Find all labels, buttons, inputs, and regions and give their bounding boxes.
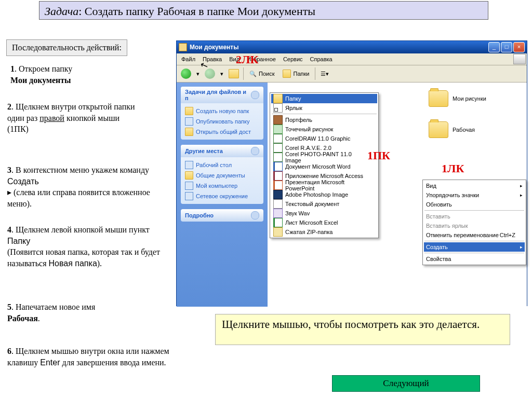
windows-flag-icon bbox=[513, 54, 526, 64]
task-publish[interactable]: Опубликовать папку bbox=[185, 116, 259, 127]
menubar: Файл Правка Вид Избранное Сервис Справка bbox=[177, 53, 527, 65]
folder-rabochaya[interactable]: Рабочая bbox=[429, 121, 475, 138]
menu-file[interactable]: Файл bbox=[178, 54, 199, 64]
titlebar[interactable]: Мои документы _ □ × bbox=[177, 41, 527, 53]
ctx-arrange[interactable]: Упорядочить значки▸ bbox=[424, 190, 525, 200]
fwd-dropdown[interactable]: ▾ bbox=[218, 66, 225, 81]
sub-zip[interactable]: Сжатая ZIP-папка bbox=[271, 227, 377, 237]
close-button[interactable]: × bbox=[513, 42, 525, 52]
ctx-undo[interactable]: Отменить переименованиеCtrl+Z bbox=[424, 230, 525, 240]
window-title: Мои документы bbox=[190, 44, 488, 51]
ctx-properties[interactable]: Свойства bbox=[424, 254, 525, 264]
places-panel: Другие места Рабочий стол Общие документ… bbox=[181, 145, 263, 204]
folders-button[interactable]: Папки bbox=[279, 66, 313, 81]
sub-briefcase[interactable]: Портфель bbox=[271, 115, 377, 125]
sub-photoshop[interactable]: Adobe Photoshop Image bbox=[271, 190, 377, 199]
annot-1pk: 1ПК bbox=[367, 149, 390, 162]
maximize-button[interactable]: □ bbox=[501, 42, 512, 52]
step-1: 1. Откроем папкуМои документы bbox=[10, 63, 114, 86]
create-submenu: Папку Ярлык Портфель Точечный рисунок Co… bbox=[270, 92, 379, 238]
annot-2lk: 2ЛК bbox=[236, 53, 258, 66]
details-panel: Подробно bbox=[181, 209, 263, 222]
task-header: Задача: Создать папку Рабочая в папке Мо… bbox=[39, 1, 488, 20]
menu-tools[interactable]: Сервис bbox=[280, 54, 307, 64]
sidebar: Задачи для файлов и п Создать новую папк… bbox=[177, 83, 268, 307]
task-new-folder[interactable]: Создать новую папк bbox=[185, 106, 259, 116]
chevron-icon[interactable] bbox=[251, 91, 259, 99]
step-4: 4. Щелкнем левой кнопкой мыши пункт Папк… bbox=[7, 224, 163, 269]
minimize-button[interactable]: _ bbox=[488, 42, 500, 52]
ctx-paste[interactable]: Вставить bbox=[424, 212, 525, 221]
place-shared[interactable]: Общие документы bbox=[185, 170, 259, 181]
ctx-view[interactable]: Вид▸ bbox=[424, 181, 525, 190]
sub-wav[interactable]: Звук Wav bbox=[271, 209, 377, 218]
folder-icon bbox=[429, 90, 448, 107]
chevron-icon[interactable] bbox=[251, 147, 259, 155]
ctx-refresh[interactable]: Обновить bbox=[424, 200, 525, 209]
sequence-header: Последовательность действий: bbox=[6, 39, 127, 56]
sub-excel[interactable]: Лист Microsoft Excel bbox=[271, 218, 377, 227]
tasks-panel: Задачи для файлов и п Создать новую папк… bbox=[181, 87, 263, 140]
step-2: 2. Щелкнем внутри открытой папки один ра… bbox=[7, 101, 140, 135]
toolbar: ▾ ▾ 🔍 Поиск Папки ☰▾ bbox=[177, 65, 527, 83]
step-3: 3. В контекстном меню укажем команду Соз… bbox=[7, 164, 158, 209]
hint-box: Щелкните мышью, чтобы посмотреть как это… bbox=[215, 314, 510, 345]
folder-icon bbox=[179, 43, 187, 51]
sub-text[interactable]: Текстовый документ bbox=[271, 199, 377, 209]
task-text: : Создать папку Рабочая в папке Мои доку… bbox=[78, 5, 315, 18]
folder-my-pictures[interactable]: Мои рисунки bbox=[429, 90, 486, 107]
sub-shortcut[interactable]: Ярлык bbox=[271, 103, 377, 113]
context-menu: Вид▸ Упорядочить значки▸ Обновить Встави… bbox=[422, 180, 526, 265]
place-computer[interactable]: Мой компьютер bbox=[185, 181, 259, 191]
step-5: 5. Напечатаем новое имя Рабочая. bbox=[7, 301, 142, 324]
step-6: 6. Щелкнем мышью внутри окна или нажмем … bbox=[7, 346, 174, 368]
task-prefix: Задача bbox=[45, 5, 78, 18]
search-button[interactable]: 🔍 Поиск bbox=[246, 66, 278, 81]
chevron-icon[interactable] bbox=[251, 211, 259, 219]
tasks-header: Задачи для файлов и п bbox=[185, 89, 251, 101]
up-button[interactable] bbox=[227, 66, 241, 81]
sub-coreldraw[interactable]: CorelDRAW 11.0 Graphic bbox=[271, 134, 377, 143]
ctx-create[interactable]: Создать▸ bbox=[424, 242, 525, 252]
details-header: Подробно bbox=[185, 212, 214, 218]
next-button[interactable]: Следующий bbox=[332, 375, 480, 392]
sub-corelpaint[interactable]: Corel PHOTO-PAINT 11.0 Image bbox=[271, 153, 377, 162]
ctx-paste-link[interactable]: Вставить ярлык bbox=[424, 221, 525, 230]
place-network[interactable]: Сетевое окружение bbox=[185, 191, 259, 201]
places-header: Другие места bbox=[185, 148, 223, 154]
task-share[interactable]: Открыть общий дост bbox=[185, 127, 259, 137]
sub-bitmap[interactable]: Точечный рисунок bbox=[271, 125, 377, 134]
place-desktop[interactable]: Рабочий стол bbox=[185, 160, 259, 170]
views-button[interactable]: ☰▾ bbox=[317, 66, 332, 81]
back-button[interactable] bbox=[179, 66, 193, 81]
sub-word[interactable]: Документ Microsoft Word bbox=[271, 162, 377, 171]
sub-powerpoint[interactable]: Презентация Microsoft PowerPoint bbox=[271, 181, 377, 190]
folder-icon bbox=[429, 121, 448, 138]
menu-help[interactable]: Справка bbox=[307, 54, 336, 64]
sub-folder[interactable]: Папку bbox=[271, 94, 377, 103]
annot-1lk: 1ЛК bbox=[442, 162, 464, 175]
